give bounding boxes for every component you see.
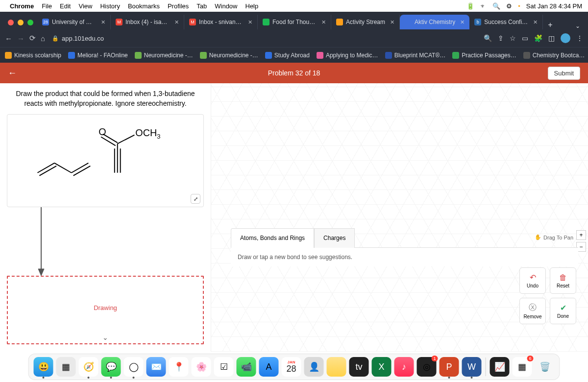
submit-button[interactable]: Submit	[548, 67, 580, 80]
menu-help[interactable]: Help	[245, 2, 259, 10]
battery-icon[interactable]: 🔋	[466, 2, 474, 10]
browser-tab-4[interactable]: Activity Stream✕	[331, 15, 400, 29]
dock-app-stocks[interactable]: 📈	[490, 357, 510, 377]
bookmark-7[interactable]: Practice Passages…	[452, 52, 516, 59]
dock-app-spotify[interactable]: ◎1	[417, 357, 437, 377]
bookmark-2[interactable]: Neuromedicine -…	[135, 52, 193, 59]
dock-app-tv[interactable]: tv	[349, 357, 369, 377]
menu-profiles[interactable]: Profiles	[168, 2, 189, 10]
drawing-expand-icon[interactable]: ⌄	[102, 334, 108, 341]
bookmark-star-icon[interactable]: ☆	[510, 34, 516, 42]
tab-close-icon[interactable]: ✕	[174, 19, 179, 25]
home-button[interactable]: ⌂	[41, 34, 45, 43]
sidepanel-icon[interactable]: ◫	[548, 34, 555, 42]
problem-prompt: Draw the product that could be formed wh…	[7, 89, 204, 108]
tab-atoms-bonds-rings[interactable]: Atoms, Bonds and Rings	[231, 228, 314, 248]
tab-close-icon[interactable]: ✕	[390, 19, 394, 25]
menu-app[interactable]: Chrome	[10, 2, 34, 10]
control-center-icon[interactable]: ⚙︎	[506, 2, 512, 10]
dock-app-contacts[interactable]: 👤	[304, 357, 324, 377]
menu-history[interactable]: History	[100, 2, 120, 10]
browser-tab-1[interactable]: MInbox (4) - isanche7✕	[111, 15, 184, 29]
menu-bookmarks[interactable]: Bookmarks	[128, 2, 160, 10]
problem-back-button[interactable]: ←	[8, 68, 17, 78]
dock-app-notes[interactable]	[327, 357, 346, 377]
tab-favicon: M	[116, 19, 122, 25]
dock-app-word[interactable]: W	[462, 357, 482, 377]
minimize-window-button[interactable]	[18, 20, 24, 25]
menu-edit[interactable]: Edit	[60, 2, 71, 10]
tab-charges[interactable]: Charges	[314, 228, 355, 248]
dock-app-powerpoint[interactable]: P	[440, 357, 459, 377]
dock-app-maps[interactable]: 📍	[169, 357, 189, 377]
dock-app-photos[interactable]: 🌸	[192, 357, 211, 377]
omnibox-search-icon[interactable]: 🔍	[484, 34, 492, 42]
dock-app-mail[interactable]: ✉️	[147, 357, 166, 377]
dock-app-appstore[interactable]: A	[259, 357, 279, 377]
dock-app-safari[interactable]: 🧭	[79, 357, 98, 377]
new-tab-button[interactable]: +	[543, 21, 557, 29]
browser-toolbar: ← → ⟳ ⌂ 🔒 app.101edu.co 🔍 ⇪ ☆ ▭ 🧩 ◫ ⋮	[0, 29, 588, 47]
structure-editor[interactable]: ✋ Drag To Pan + − Atoms, Bonds and Rings…	[211, 83, 588, 352]
dock-app-finder[interactable]: 😃	[34, 357, 53, 377]
zoom-in-button[interactable]: +	[576, 230, 586, 240]
browser-tab-3[interactable]: Food for Thought —✕	[258, 15, 331, 29]
bookmark-3[interactable]: Neuromedicine -…	[200, 52, 258, 59]
bookmark-favicon	[385, 52, 392, 59]
dock-app-rubik[interactable]: ▦6	[513, 357, 532, 377]
back-button[interactable]: ←	[5, 34, 12, 43]
bookmark-4[interactable]: Study Abroad	[265, 52, 310, 59]
menu-tab[interactable]: Tab	[196, 2, 207, 10]
bookmark-8[interactable]: Chemistry Bootca…	[523, 52, 585, 59]
tab-close-icon[interactable]: ✕	[248, 19, 252, 25]
browser-tab-6[interactable]: bSuccess Confirmatio✕	[469, 15, 543, 29]
dock-app-calendar[interactable]: JAN28	[282, 357, 301, 377]
address-bar[interactable]: 🔒 app.101edu.co	[50, 35, 104, 42]
structure-zoom-button[interactable]: ⤢	[191, 194, 200, 204]
wifi-icon[interactable]: ᯤ	[480, 2, 487, 10]
bookmark-5[interactable]: Applying to Medic…	[317, 52, 378, 59]
close-window-button[interactable]	[8, 20, 14, 25]
reload-button[interactable]: ⟳	[29, 34, 36, 43]
menubar-datetime[interactable]: Sat Jan 28 4:34 PM	[526, 2, 582, 10]
reset-button[interactable]: 🗑Reset	[550, 267, 576, 294]
tab-close-icon[interactable]: ✕	[321, 19, 326, 25]
drag-to-pan-hint: ✋ Drag To Pan	[535, 234, 573, 240]
dock-app-messages[interactable]: 💬	[101, 357, 121, 377]
dock-app-facetime[interactable]: 📹	[237, 357, 256, 377]
svg-line-10	[74, 166, 91, 176]
spotlight-icon[interactable]: 🔍	[492, 2, 500, 10]
forward-button[interactable]: →	[17, 34, 24, 43]
remove-button[interactable]: ⓧRemove	[519, 298, 546, 324]
dock-app-excel[interactable]: X	[372, 357, 392, 377]
tab-close-icon[interactable]: ✕	[533, 19, 538, 25]
dock-app-chrome[interactable]: ◯	[124, 357, 144, 377]
cast-icon[interactable]: ▭	[522, 34, 528, 42]
fullscreen-window-button[interactable]	[27, 20, 33, 25]
browser-tab-2[interactable]: MInbox - snivana24@✕	[184, 15, 258, 29]
done-button[interactable]: ✔Done	[550, 298, 576, 324]
browser-tab-0[interactable]: 28University of Roches✕	[37, 15, 111, 29]
tab-close-icon[interactable]: ✕	[101, 19, 105, 25]
answer-drawing-area[interactable]: Drawing ⌄	[7, 276, 204, 344]
dock-app-reminders[interactable]: ☑︎	[214, 357, 234, 377]
share-icon[interactable]: ⇪	[498, 34, 504, 42]
chrome-menu-icon[interactable]: ⋮	[576, 34, 583, 42]
tab-close-icon[interactable]: ✕	[460, 19, 465, 25]
dock-app-trash[interactable]: 🗑️	[535, 357, 555, 377]
browser-tab-5[interactable]: Aktiv Chemistry✕	[400, 15, 469, 29]
tab-label: University of Roches	[52, 19, 96, 25]
menu-window[interactable]: Window	[215, 2, 237, 10]
undo-button[interactable]: ↶Undo	[519, 267, 546, 294]
menu-file[interactable]: File	[42, 2, 52, 10]
dock-app-launchpad[interactable]: ▦	[56, 357, 76, 377]
profile-avatar[interactable]	[561, 33, 570, 43]
bookmark-6[interactable]: Blueprint MCAT®…	[385, 52, 446, 59]
extensions-icon[interactable]: 🧩	[534, 34, 542, 42]
menu-view[interactable]: View	[78, 2, 92, 10]
dock-app-music[interactable]: ♪	[394, 357, 414, 377]
tab-list-button[interactable]: ⌄	[571, 23, 584, 29]
bookmark-0[interactable]: Kinesis scolarship	[5, 52, 61, 59]
bookmark-1[interactable]: Meliora! - FAOnline	[68, 52, 128, 59]
remove-icon: ⓧ	[529, 303, 537, 313]
